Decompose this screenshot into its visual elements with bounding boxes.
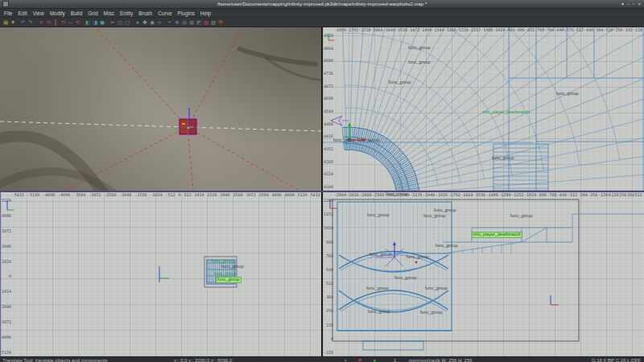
plugin-icon[interactable]: ✚: [174, 19, 180, 26]
clipper-icon[interactable]: ✂: [109, 19, 116, 26]
csg-subtract-icon[interactable]: ◧: [85, 19, 91, 26]
ruler-label: 1024: [324, 225, 333, 230]
ruler-label: -768: [547, 192, 556, 197]
redo-icon[interactable]: ↷: [27, 19, 34, 26]
translate-mode-icon[interactable]: ✥: [142, 19, 148, 26]
ruler-label: -2560: [104, 192, 116, 197]
ruler-label: -4096: [1, 335, 11, 339]
open-icon[interactable]: ▤: [2, 19, 9, 26]
camera-3d-viewport[interactable]: [0, 27, 321, 191]
ruler-label: -448: [584, 27, 593, 32]
ruler-label: 3072: [246, 192, 256, 197]
texture-browser-icon[interactable]: ◩: [196, 19, 202, 26]
flip-x-icon[interactable]: ✕: [38, 19, 44, 26]
shade-button[interactable]: ▾: [621, 1, 624, 7]
title-bar[interactable]: /home/user/Documents/mapping/infinity-im…: [0, 0, 644, 9]
select-complete-tall-icon[interactable]: ●: [134, 19, 141, 26]
gizmo-point-green[interactable]: [175, 127, 177, 130]
flag-icon: ⚑: [357, 357, 361, 362]
undo-icon[interactable]: ↶: [20, 19, 27, 26]
console-icon[interactable]: ▤: [181, 19, 188, 26]
ruler-label: -5120: [27, 192, 39, 197]
menu-item-edit[interactable]: Edit: [18, 10, 27, 17]
status-bar: Translate Tool: translate objects and co…: [0, 356, 644, 362]
ruler-label: -960: [506, 27, 515, 32]
menu-item-entity[interactable]: Entity: [120, 10, 133, 17]
rotate-z-icon[interactable]: ⟲: [74, 19, 80, 26]
ruler-label: -512: [574, 27, 584, 32]
ruler-label: -512: [568, 192, 577, 197]
select-touching-icon[interactable]: ◫: [117, 19, 123, 26]
scale-mode-icon[interactable]: ▱: [156, 19, 163, 26]
gizmo-point-cyan[interactable]: [188, 127, 190, 130]
axis-ray-red: [188, 127, 299, 191]
csg-merge-icon[interactable]: ◨: [92, 19, 98, 26]
ruler-label: 3584: [259, 192, 269, 197]
refresh-models-icon[interactable]: ⟳: [217, 19, 224, 26]
ruler-label: 4416: [324, 134, 333, 138]
menu-item-view[interactable]: View: [33, 10, 44, 17]
menu-item-file[interactable]: File: [4, 10, 12, 17]
selected-brush-3d[interactable]: [179, 118, 197, 135]
ruler-label: -2816: [347, 192, 359, 197]
ruler-label: -5120: [1, 350, 11, 355]
ruler-label: -2304: [398, 192, 410, 197]
rotate-y-icon[interactable]: ⟲: [60, 19, 66, 26]
ruler-label: -896: [537, 192, 547, 197]
menu-item-brush[interactable]: Brush: [138, 10, 152, 17]
yz-2d-viewport[interactable]: -2944-2816-2688-2560-2432-2304-2176-2048…: [323, 192, 644, 356]
menu-item-misc[interactable]: Misc: [104, 10, 114, 17]
ruler-label: -640: [554, 27, 564, 32]
menu-item-build[interactable]: Build: [71, 10, 82, 17]
axis-ray-red: [188, 127, 193, 191]
ruler-label: -1024: [1, 289, 11, 294]
ruler-label: -832: [525, 27, 535, 32]
ruler-label: -1152: [469, 27, 481, 32]
menu-item-plugins[interactable]: Plugins: [178, 10, 195, 17]
maximize-button[interactable]: ▫: [633, 1, 634, 7]
select-inside-icon[interactable]: ▢: [124, 19, 130, 26]
ruler-label: -2432: [385, 192, 397, 197]
ruler-label: -512: [165, 192, 175, 197]
ruler-label: -1472: [407, 27, 419, 32]
selection-box: [332, 200, 579, 341]
status-texture-info: common/caulk W: 256 H: 256: [409, 357, 473, 362]
ruler-label: -1664: [371, 27, 383, 32]
close-button[interactable]: ×: [638, 1, 641, 7]
ruler-label: -2048: [1, 304, 11, 309]
ruler-label: 4736: [324, 71, 333, 76]
ruler-label: 1024: [2, 259, 11, 264]
menu-item-curve[interactable]: Curve: [158, 10, 171, 17]
ruler-label: -896: [515, 27, 525, 32]
rotate-mode-icon[interactable]: ◉: [149, 19, 155, 26]
ruler-label: -1792: [448, 192, 460, 197]
menu-item-help[interactable]: Help: [200, 10, 211, 17]
ruler-label: -2176: [410, 192, 422, 197]
axis-ray-white: [0, 121, 188, 127]
menu-item-grid[interactable]: Grid: [88, 10, 97, 17]
rotate-x-icon[interactable]: ⟲: [45, 19, 52, 26]
xz-origin-gizmo: [159, 266, 169, 282]
xz-2d-viewport[interactable]: -5632-5120-4608-4096-3584-3072-2560-2048…: [0, 192, 322, 356]
axis-ray-red: [95, 27, 188, 127]
ruler-label: -3072: [1, 319, 11, 324]
ruler-label: 768: [326, 253, 333, 258]
minimize-button[interactable]: –: [627, 1, 630, 7]
ruler-label: -5632: [12, 192, 24, 197]
texture-lock-icon[interactable]: −: [167, 19, 173, 26]
entity-list-icon[interactable]: ▦: [188, 19, 195, 26]
xy-2d-viewport[interactable]: -1856-1792-1728-1664-1600-1536-1472-1408…: [323, 27, 644, 191]
flip-z-icon[interactable]: ─: [67, 19, 73, 26]
make-hollow-icon[interactable]: ▣: [99, 19, 105, 26]
ruler-label: 4864: [324, 46, 333, 51]
ruler-label: 0: [179, 192, 181, 197]
ruler-label: -2048: [423, 192, 435, 197]
lock-icon[interactable]: ▧: [210, 19, 217, 26]
radiant-window: /home/user/Documents/mapping/infinity-im…: [0, 0, 644, 362]
patch-icon[interactable]: ▥: [203, 19, 209, 26]
flip-y-icon[interactable]: ┃: [52, 19, 59, 26]
save-icon[interactable]: ▼: [10, 19, 16, 26]
menu-bar: FileEditViewModifyBuildGridMiscEntityBru…: [0, 9, 644, 18]
menu-item-modify[interactable]: Modify: [50, 10, 65, 17]
ruler-label: 384: [326, 294, 333, 299]
